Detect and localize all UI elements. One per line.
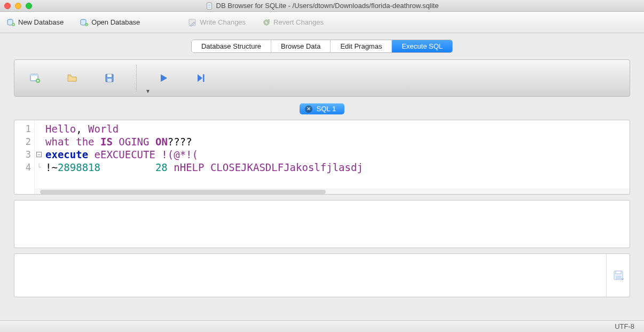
editor-code-area[interactable]: Hello, Worldwhat the IS OGING ON????exec…	[43, 120, 630, 194]
window-title: DB Browser for SQLite - /Users/dtown/Dow…	[216, 2, 439, 10]
results-panel	[14, 200, 630, 248]
save-result-button[interactable]	[606, 254, 630, 297]
revert-changes-label: Revert Changes	[273, 18, 324, 26]
code-line[interactable]: Hello, World	[45, 122, 627, 135]
svg-rect-1	[208, 4, 210, 4]
sql-tab-label: SQL 1	[317, 105, 336, 113]
run-line-icon[interactable]	[195, 73, 206, 83]
open-database-button[interactable]: Open Database	[80, 18, 140, 27]
fold-column: − └	[35, 120, 43, 194]
code-line[interactable]: !~2898818 28 nHELP CLOSEJKASDLFJakoslfjl…	[45, 161, 627, 174]
editor-gutter: 1 2 3 4	[14, 120, 35, 194]
tab-execute-sql[interactable]: Execute SQL	[392, 40, 452, 52]
svg-rect-15	[203, 74, 205, 82]
svg-rect-0	[207, 2, 211, 9]
svg-rect-18	[616, 276, 621, 279]
new-database-button[interactable]: New Database	[6, 18, 64, 27]
log-panel	[14, 253, 630, 297]
main-toolbar: New Database Open Database Write Changes…	[0, 12, 644, 33]
open-db-icon	[80, 18, 88, 27]
sql-toolbar: ▼	[14, 59, 630, 97]
fold-toggle-icon[interactable]: −	[36, 152, 42, 157]
tab-browse-data[interactable]: Browse Data	[271, 40, 331, 52]
segmented-control: Database Structure Browse Data Edit Prag…	[191, 40, 453, 53]
run-icon[interactable]	[158, 73, 169, 83]
save-result-icon	[612, 269, 624, 281]
titlebar: DB Browser for SQLite - /Users/dtown/Dow…	[0, 0, 644, 12]
svg-rect-13	[107, 74, 112, 77]
encoding-label: UTF-8	[615, 322, 634, 330]
save-sql-icon[interactable]	[104, 73, 115, 83]
sql-tab-row: ✕ SQL 1	[14, 103, 630, 114]
write-changes-button[interactable]: Write Changes	[188, 18, 246, 27]
new-db-icon	[6, 18, 15, 27]
svg-point-7	[85, 23, 88, 26]
sql-editor[interactable]: 1 2 3 4 − └ Hello, Worldwhat the IS OGIN…	[14, 120, 630, 195]
sql-tab-active[interactable]: ✕ SQL 1	[300, 103, 344, 114]
write-icon	[188, 18, 197, 27]
revert-changes-button[interactable]: Revert Changes	[262, 18, 324, 27]
code-line[interactable]: execute eEXCUECUTE !(@*!(	[45, 148, 627, 161]
svg-rect-2	[208, 5, 210, 6]
minimize-window-button[interactable]	[15, 3, 21, 9]
main-tabstrip: Database Structure Browse Data Edit Prag…	[0, 40, 644, 53]
content-area: ▼ ✕ SQL 1 1 2 3 4 − └ Hello, Worldwhat t…	[0, 53, 644, 320]
zoom-window-button[interactable]	[26, 3, 32, 9]
tab-database-structure[interactable]: Database Structure	[192, 40, 271, 52]
svg-rect-3	[208, 6, 210, 7]
svg-rect-14	[107, 79, 112, 82]
editor-horizontal-scrollbar[interactable]	[35, 189, 630, 194]
app-doc-icon	[206, 2, 213, 10]
open-sql-icon[interactable]	[67, 73, 77, 83]
statusbar: UTF-8	[0, 320, 644, 332]
close-sql-tab-icon[interactable]: ✕	[305, 105, 312, 113]
write-changes-label: Write Changes	[200, 18, 246, 26]
traffic-lights	[4, 3, 32, 9]
new-database-label: New Database	[18, 18, 64, 26]
save-sql-dropdown-arrow[interactable]: ▼	[145, 88, 151, 94]
code-line[interactable]: what the IS OGING ON????	[45, 135, 627, 148]
revert-icon	[262, 18, 270, 27]
new-sql-tab-icon[interactable]	[29, 73, 40, 83]
tab-edit-pragmas[interactable]: Edit Pragmas	[331, 40, 392, 52]
svg-rect-17	[616, 271, 621, 274]
open-database-label: Open Database	[91, 18, 140, 26]
toolbar-separator	[136, 65, 137, 91]
close-window-button[interactable]	[4, 3, 11, 9]
svg-rect-10	[30, 74, 38, 76]
